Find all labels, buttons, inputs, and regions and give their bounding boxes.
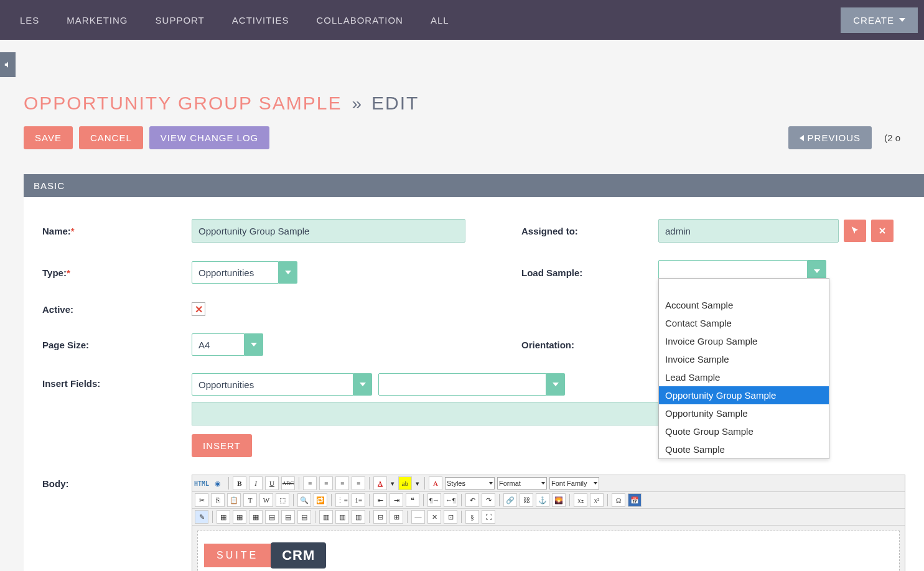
assigned-clear-button[interactable]: [871, 220, 894, 242]
rte-numbers-button[interactable]: 1≡: [352, 493, 365, 507]
rte-quote-button[interactable]: ❝: [406, 493, 419, 507]
rte-image-button[interactable]: 🌄: [552, 493, 566, 507]
rte-sub-button[interactable]: x₂: [574, 493, 587, 507]
rte-table-button[interactable]: ▦: [217, 510, 230, 524]
rte-ltr-button[interactable]: ¶→: [427, 493, 441, 507]
rte-fontsize-button[interactable]: A: [429, 476, 442, 490]
load-sample-option[interactable]: Lead Sample: [659, 368, 829, 386]
rte-link-button[interactable]: 🔗: [503, 493, 517, 507]
rte-strike-button[interactable]: ABC: [281, 476, 295, 490]
rte-bullets-button[interactable]: ⋮≡: [335, 493, 349, 507]
rte-align-justify-button[interactable]: ≡: [352, 476, 365, 490]
rte-outdent-button[interactable]: ⇤: [373, 493, 387, 507]
rte-copy-button[interactable]: ⎘: [211, 493, 225, 507]
rte-format-select[interactable]: Format: [497, 477, 547, 490]
rte-undo-button[interactable]: ↶: [465, 493, 479, 507]
rte-unlink-button[interactable]: ⛓: [520, 493, 533, 507]
rte-styles-select[interactable]: Styles: [445, 477, 495, 490]
load-sample-option[interactable]: Quote Group Sample: [659, 422, 829, 440]
rte-bold-button[interactable]: B: [233, 476, 246, 490]
view-changelog-button[interactable]: VIEW CHANGE LOG: [149, 126, 270, 149]
rte-selectall-button[interactable]: ⬚: [276, 493, 289, 507]
type-dropdown-button[interactable]: [279, 261, 297, 284]
insert-field-dropdown-button[interactable]: [546, 373, 565, 396]
previous-button[interactable]: PREVIOUS: [788, 126, 872, 149]
rte-backcolor-menu[interactable]: ▾: [414, 476, 421, 490]
name-input[interactable]: [192, 219, 465, 243]
rte-paste-button[interactable]: 📋: [227, 493, 241, 507]
load-sample-option[interactable]: Invoice Sample: [659, 350, 829, 368]
nav-item-all[interactable]: ALL: [417, 15, 463, 26]
rte-paste-word-button[interactable]: W: [259, 493, 273, 507]
rte-rtl-button[interactable]: ←¶: [444, 493, 457, 507]
rte-split-button[interactable]: ⊟: [373, 510, 387, 524]
rte-canvas[interactable]: SUITE CRM: [197, 531, 900, 571]
rte-replace-button[interactable]: 🔁: [314, 493, 327, 507]
assigned-input[interactable]: [658, 219, 839, 243]
rte-sup-button[interactable]: x²: [590, 493, 604, 507]
save-button[interactable]: SAVE: [24, 126, 73, 149]
insert-module-dropdown-button[interactable]: [353, 373, 372, 396]
rte-hr-button[interactable]: —: [411, 510, 425, 524]
rte-html-button[interactable]: HTML: [195, 476, 208, 490]
load-sample-option[interactable]: Account Sample: [659, 296, 829, 314]
rte-find-button[interactable]: 🔍: [297, 493, 311, 507]
rte-col-before-button[interactable]: ▥: [319, 510, 333, 524]
nav-item-activities[interactable]: ACTIVITIES: [218, 15, 303, 26]
nav-item-support[interactable]: SUPPORT: [142, 15, 218, 26]
rte-align-left-button[interactable]: ≡: [303, 476, 317, 490]
nav-item-marketing[interactable]: MARKETING: [53, 15, 141, 26]
rte-cell-props-button[interactable]: ▦: [249, 510, 263, 524]
pagesize-select[interactable]: A4: [192, 333, 263, 356]
load-sample-option[interactable]: Opportunity Sample: [659, 404, 829, 422]
rte-cut-button[interactable]: ✂: [195, 493, 208, 507]
type-select[interactable]: Opportunities: [192, 261, 297, 284]
insert-button[interactable]: INSERT: [192, 434, 252, 457]
side-collapse-tab[interactable]: [0, 52, 16, 77]
rte-table-props-button[interactable]: ▦: [233, 510, 246, 524]
rte-row-after-button[interactable]: ▤: [281, 510, 295, 524]
rte-redo-button[interactable]: ↷: [482, 493, 495, 507]
page-title: OPPORTUNITY GROUP SAMPLE: [24, 93, 342, 114]
rte-col-after-button[interactable]: ▥: [335, 510, 349, 524]
load-sample-option[interactable]: Quote Sample: [659, 440, 829, 458]
cancel-button[interactable]: CANCEL: [79, 126, 143, 149]
rte-removefmt-button[interactable]: ✕: [427, 510, 441, 524]
chevron-left-icon: [800, 135, 804, 141]
rte-italic-button[interactable]: I: [249, 476, 263, 490]
rte-forecolor-menu[interactable]: ▾: [390, 476, 396, 490]
rte-row-before-button[interactable]: ▤: [265, 510, 279, 524]
rte-delete-col-button[interactable]: ▥: [352, 510, 365, 524]
rte-template-button[interactable]: §: [465, 510, 479, 524]
load-sample-option[interactable]: Opportunity Group Sample: [659, 386, 829, 404]
nav-item-sales[interactable]: LES: [6, 15, 53, 26]
insert-module-select[interactable]: Opportunities: [192, 373, 372, 396]
assigned-select-button[interactable]: [844, 220, 866, 242]
rte-merge-button[interactable]: ⊞: [390, 510, 403, 524]
rte-char-button[interactable]: Ω: [612, 493, 625, 507]
active-checkbox[interactable]: ✕: [192, 302, 205, 316]
rte-visualaid-button[interactable]: ⊡: [444, 510, 457, 524]
load-sample-option[interactable]: Contact Sample: [659, 314, 829, 332]
rte-indent-button[interactable]: ⇥: [390, 493, 403, 507]
rte-fontfamily-select[interactable]: Font Family: [549, 477, 599, 490]
rte-anchor-button[interactable]: ⚓: [536, 493, 549, 507]
create-button[interactable]: CREATE: [841, 7, 918, 33]
pagesize-dropdown-button[interactable]: [245, 333, 263, 356]
load-sample-option[interactable]: Invoice Group Sample: [659, 332, 829, 350]
rte-delete-row-button[interactable]: ▤: [297, 510, 311, 524]
rte-align-right-button[interactable]: ≡: [335, 476, 349, 490]
insert-field-select[interactable]: [378, 373, 565, 396]
pagesize-value: A4: [192, 333, 245, 356]
rte-underline-button[interactable]: U: [265, 476, 279, 490]
rte-fullscreen-button[interactable]: ⛶: [482, 510, 495, 524]
logo-suite: SUITE: [204, 544, 271, 567]
rte-forecolor-button[interactable]: A: [373, 476, 387, 490]
rte-paste-text-button[interactable]: T: [243, 493, 257, 507]
nav-item-collaboration[interactable]: COLLABORATION: [302, 15, 416, 26]
rte-help-icon[interactable]: ◉: [211, 476, 225, 490]
rte-date-button[interactable]: 📅: [628, 493, 642, 507]
rte-backcolor-button[interactable]: ab: [398, 476, 412, 490]
rte-edit-button[interactable]: ✎: [195, 510, 208, 524]
rte-align-center-button[interactable]: ≡: [319, 476, 333, 490]
